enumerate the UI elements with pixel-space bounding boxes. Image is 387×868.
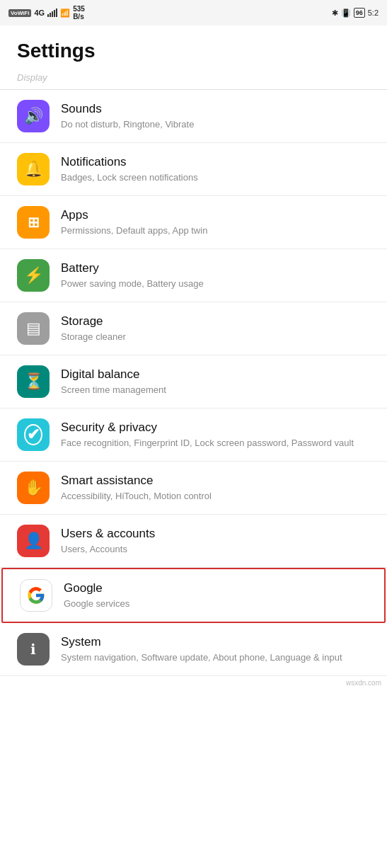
status-bar: VoWiFi 4G 📶 535B/s ✱ 📳 96 5:2 [0,0,387,25]
bluetooth-icon: ✱ [332,8,338,18]
digital-balance-icon: ⏳ [17,365,50,398]
digital-balance-subtitle: Screen time management [61,384,370,396]
google-text: GoogleGoogle services [64,581,367,610]
settings-item-digital-balance[interactable]: ⏳Digital balanceScreen time management [0,355,387,409]
vibrate-icon: 📳 [341,8,351,18]
notifications-subtitle: Badges, Lock screen notifications [61,171,370,184]
notifications-text: NotificationsBadges, Lock screen notific… [61,154,370,184]
battery-subtitle: Power saving mode, Battery usage [61,278,370,290]
apps-subtitle: Permissions, Default apps, App twin [61,224,370,237]
settings-item-users[interactable]: 👤Users & accountsUsers, Accounts [0,515,387,568]
battery-icon: 96 [354,8,365,18]
apps-title: Apps [61,207,370,223]
users-icon: 👤 [17,525,50,557]
google-title: Google [64,581,367,596]
apps-text: AppsPermissions, Default apps, App twin [61,207,370,237]
google-subtitle: Google services [64,598,367,610]
system-text: SystemSystem navigation, Software update… [61,634,370,664]
partial-item: Display [0,68,387,90]
battery-level: 96 [356,9,363,16]
status-right: ✱ 📳 96 5:2 [332,8,379,18]
wifi-icon: 📶 [60,8,70,18]
storage-title: Storage [61,314,370,329]
storage-icon: ▤ [17,312,50,345]
smart-assistance-icon: ✋ [17,472,50,504]
system-title: System [61,634,370,650]
battery-icon: ⚡ [17,259,50,292]
smart-assistance-icon-symbol: ✋ [24,479,43,497]
users-title: Users & accounts [61,526,370,542]
storage-subtitle: Storage cleaner [61,331,370,343]
digital-balance-text: Digital balanceScreen time management [61,367,370,396]
notifications-icon-symbol: 🔔 [24,160,43,178]
system-subtitle: System navigation, Software update, Abou… [61,651,370,664]
settings-item-storage[interactable]: ▤StorageStorage cleaner [0,302,387,355]
users-subtitle: Users, Accounts [61,543,370,556]
security-icon: ✔ [17,418,50,451]
users-icon-symbol: 👤 [24,532,43,550]
page-title: Settings [17,40,370,62]
notifications-title: Notifications [61,154,370,170]
battery-text: BatteryPower saving mode, Battery usage [61,261,370,290]
settings-item-apps[interactable]: ⊞AppsPermissions, Default apps, App twin [0,196,387,249]
system-icon: ℹ [17,633,50,666]
sounds-title: Sounds [61,101,370,117]
partial-text: Display [17,72,47,83]
notifications-icon: 🔔 [17,153,50,185]
apps-icon-symbol: ⊞ [28,214,40,231]
signal-bars [47,8,57,17]
security-title: Security & privacy [61,420,370,435]
battery-title: Battery [61,261,370,276]
smart-assistance-subtitle: Accessibility, HiTouch, Motion control [61,490,370,503]
settings-item-security[interactable]: ✔Security & privacyFace recognition, Fin… [0,409,387,462]
users-text: Users & accountsUsers, Accounts [61,526,370,556]
settings-item-smart-assistance[interactable]: ✋Smart assistanceAccessibility, HiTouch,… [0,462,387,515]
security-text: Security & privacyFace recognition, Fing… [61,420,370,450]
storage-icon-symbol: ▤ [26,319,41,338]
apps-icon: ⊞ [17,206,50,239]
google-g-icon [26,586,46,605]
settings-item-sounds[interactable]: 🔊SoundsDo not disturb, Ringtone, Vibrate [0,90,387,143]
smart-assistance-title: Smart assistance [61,473,370,489]
sounds-text: SoundsDo not disturb, Ringtone, Vibrate [61,101,370,131]
settings-item-battery[interactable]: ⚡BatteryPower saving mode, Battery usage [0,249,387,302]
sounds-icon-symbol: 🔊 [24,107,43,125]
page-header: Settings [0,25,387,68]
settings-item-google[interactable]: GoogleGoogle services [1,568,386,623]
sounds-icon: 🔊 [17,100,50,132]
settings-item-system[interactable]: ℹSystemSystem navigation, Software updat… [0,623,387,676]
settings-list: 🔊SoundsDo not disturb, Ringtone, Vibrate… [0,90,387,676]
storage-text: StorageStorage cleaner [61,314,370,343]
digital-balance-title: Digital balance [61,367,370,382]
settings-item-notifications[interactable]: 🔔NotificationsBadges, Lock screen notifi… [0,143,387,196]
system-icon-symbol: ℹ [30,641,36,658]
smart-assistance-text: Smart assistanceAccessibility, HiTouch, … [61,473,370,503]
sounds-subtitle: Do not disturb, Ringtone, Vibrate [61,118,370,131]
google-icon [20,579,52,612]
time: 5:2 [368,8,379,17]
battery-icon-symbol: ⚡ [24,266,43,285]
watermark: wsxdn.com [0,676,387,690]
status-left: VoWiFi 4G 📶 535B/s [8,5,85,21]
data-speed: 535B/s [73,5,85,21]
vowifi-badge: VoWiFi [8,9,31,17]
digital-balance-icon-symbol: ⏳ [24,372,43,391]
security-icon-symbol: ✔ [24,424,42,445]
security-subtitle: Face recognition, Fingerprint ID, Lock s… [61,437,370,450]
network-type: 4G [34,8,45,17]
